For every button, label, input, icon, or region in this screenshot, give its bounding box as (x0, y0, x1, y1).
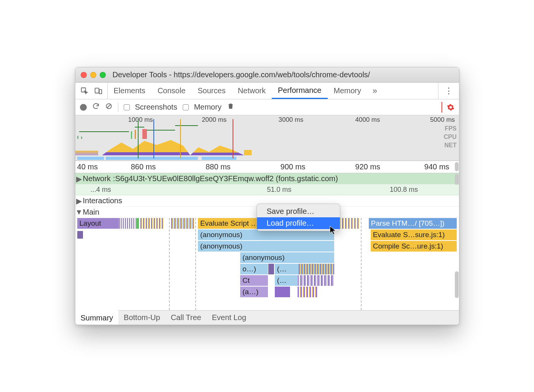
main-track-label: Main (83, 208, 99, 217)
flame-stripes (171, 218, 194, 229)
lane-label-cpu: CPU (444, 133, 457, 141)
flame-stripes (268, 264, 274, 274)
tab-memory[interactable]: Memory (328, 83, 367, 99)
flame-bar[interactable]: (… (275, 275, 298, 286)
memory-label: Memory (194, 103, 222, 112)
collapse-icon[interactable]: ▼ (75, 208, 83, 217)
overview-lane-labels: FPS CPU NET (444, 124, 457, 150)
capture-settings-button[interactable] (442, 102, 454, 113)
flame-lane: Ct (… (75, 275, 459, 287)
ruler-tick: 920 ms (355, 163, 380, 171)
bottom-tab-bottom-up[interactable]: Bottom-Up (118, 311, 166, 325)
overview-tick: 3000 ms (279, 116, 303, 124)
flame-lane: (anonymous) Compile Sc…ure.js:1) (75, 241, 459, 252)
ruler-tick: 940 ms (424, 163, 450, 171)
frame-item: 100.8 ms (390, 186, 418, 194)
frame-item: ...4 ms (91, 186, 111, 194)
bottom-tab-event-log[interactable]: Event Log (207, 311, 252, 325)
flame-lane: (anonymous) Evaluate S…sure.js:1) (75, 229, 459, 241)
overview-tick: 1000 ms (128, 116, 153, 124)
flame-lane: o…) (… (75, 264, 459, 275)
flame-bar[interactable]: (… (275, 264, 298, 274)
overview-tick: 2000 ms (202, 116, 226, 124)
ctx-item-load-profile[interactable]: Load profile… (257, 217, 340, 229)
tab-console[interactable]: Console (151, 83, 191, 99)
overview-marker (180, 119, 181, 158)
svg-rect-2 (99, 89, 101, 94)
flame-stripes (77, 231, 83, 239)
screenshots-checkbox[interactable] (124, 104, 130, 110)
ruler-tick: 860 ms (131, 163, 156, 171)
panel-tabs: Elements Console Sources Network Perform… (108, 83, 438, 99)
window-title: Developer Tools - https://developers.goo… (113, 70, 370, 79)
ctx-item-save-profile[interactable]: Save profile… (257, 206, 340, 217)
devtools-window: Developer Tools - https://developers.goo… (75, 67, 459, 325)
memory-checkbox[interactable] (183, 104, 189, 110)
cpu-lane (75, 137, 459, 155)
frame-item: 51.0 ms (267, 186, 292, 194)
bottom-tab-call-tree[interactable]: Call Tree (166, 311, 207, 325)
ruler-tick: 900 ms (281, 163, 306, 171)
flame-stripes (120, 218, 135, 229)
flame-bar-anonymous[interactable]: (anonymous) (198, 241, 334, 252)
flame-bar[interactable]: Ct (240, 275, 268, 286)
expand-icon[interactable]: ▶ (75, 174, 83, 183)
clear-button[interactable] (105, 102, 113, 112)
overview-timeline[interactable]: 1000 ms 2000 ms 3000 ms 4000 ms 5000 ms (75, 115, 459, 161)
flame-stripes (298, 275, 334, 286)
overview-marker (153, 119, 154, 158)
tab-sources[interactable]: Sources (191, 83, 231, 99)
time-ruler[interactable]: 40 ms 860 ms 880 ms 900 ms 920 ms 940 ms (75, 161, 459, 173)
panel-toolbar: Elements Console Sources Network Perform… (75, 83, 459, 99)
flame-bar[interactable]: (a…) (240, 287, 268, 297)
network-track-label: Network (83, 174, 111, 183)
flamechart[interactable]: Layout Evaluate Script … Parse HTM…/ [70… (75, 218, 459, 310)
expand-icon[interactable]: ▶ (75, 196, 83, 206)
zoom-window-button[interactable] (100, 72, 106, 78)
flame-stripes (140, 218, 163, 229)
flame-bar[interactable]: o…) (240, 264, 268, 274)
flame-stripes (275, 287, 290, 297)
lane-label-fps: FPS (444, 124, 457, 133)
titlebar: Developer Tools - https://developers.goo… (75, 67, 459, 83)
frames-track[interactable]: ...4 ms 51.0 ms 100.8 ms (75, 185, 459, 195)
flame-lane: (a…) (75, 287, 459, 298)
separator (118, 103, 118, 112)
gc-trash-button[interactable] (227, 102, 234, 112)
lane-label-net: NET (444, 141, 457, 150)
overview-marker (138, 119, 139, 158)
flame-bar-anonymous[interactable]: (anonymous) (240, 252, 334, 263)
tab-network[interactable]: Network (232, 83, 272, 99)
traffic-lights (81, 72, 106, 78)
screenshots-label: Screenshots (135, 103, 177, 112)
reload-record-button[interactable] (92, 102, 100, 112)
overview-tick: 4000 ms (355, 116, 380, 124)
record-button[interactable] (80, 104, 87, 111)
flame-bar-layout[interactable]: Layout (77, 218, 120, 229)
settings-menu-button[interactable]: ⋮ (438, 83, 459, 99)
tab-elements[interactable]: Elements (108, 83, 151, 99)
ruler-tick: 40 ms (77, 163, 98, 171)
tabs-overflow-button[interactable]: » (367, 83, 383, 99)
context-menu: Save profile… Load profile… (257, 204, 340, 231)
flame-bar-evaluate-script-2[interactable]: Evaluate S…sure.js:1) (371, 229, 457, 240)
minimize-window-button[interactable] (90, 72, 96, 78)
flame-bar-parse-html[interactable]: Parse HTM…/ [705…]) (369, 218, 457, 229)
flame-lane: (anonymous) (75, 252, 459, 264)
device-toggle-icon[interactable] (94, 86, 103, 96)
flame-bar-anonymous[interactable]: (anonymous) (198, 229, 334, 240)
flame-scrollbar[interactable] (455, 271, 459, 298)
ruler-scrollbar[interactable] (455, 162, 459, 171)
flame-bar-compile-script[interactable]: Compile Sc…ure.js:1) (371, 241, 457, 252)
close-window-button[interactable] (81, 72, 87, 78)
bottom-tabstrip: Summary Bottom-Up Call Tree Event Log (75, 310, 459, 325)
inspect-element-icon[interactable] (80, 86, 89, 96)
network-track-row[interactable]: ▶ Network :S6g4U3t-Y5UEw0lE80llgEseQY3FE… (75, 173, 459, 185)
overview-tick: 5000 ms (430, 116, 455, 124)
tab-performance[interactable]: Performance (272, 83, 328, 99)
flame-stripes (298, 264, 334, 274)
network-resource-text: :S6g4U3t-Y5UEw0lE80llgEseQY3FEmqw.woff2 … (113, 174, 338, 183)
net-lane (75, 155, 459, 160)
bottom-tab-summary[interactable]: Summary (75, 310, 119, 325)
overview-marker (233, 119, 233, 158)
